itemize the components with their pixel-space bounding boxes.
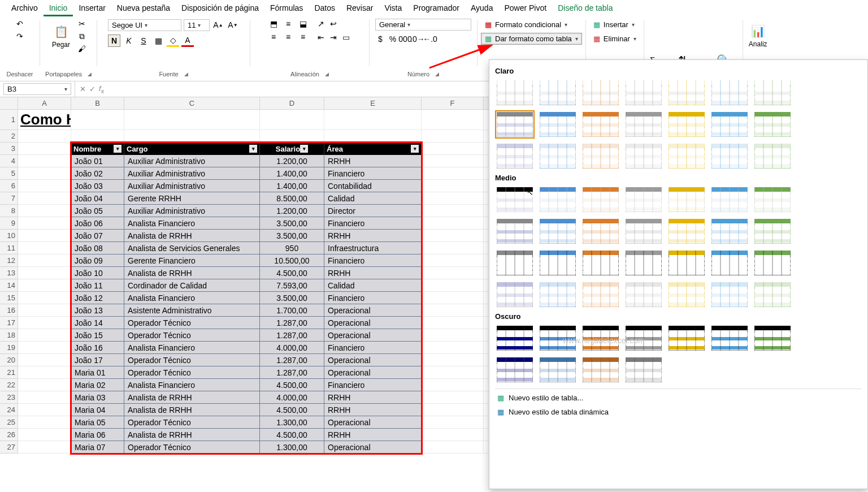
row-header[interactable]: 12 xyxy=(0,254,18,267)
table-style-thumb[interactable] xyxy=(581,185,620,214)
table-cell[interactable]: Operacional xyxy=(324,441,422,454)
cell[interactable] xyxy=(422,230,484,242)
menu-item-diseño-de-tabla[interactable]: Diseño de tabla xyxy=(552,1,618,16)
row-header[interactable]: 20 xyxy=(0,354,18,366)
table-cell[interactable]: João 07 xyxy=(71,230,124,242)
table-style-thumb[interactable] xyxy=(667,280,706,309)
table-style-thumb[interactable] xyxy=(710,185,749,214)
table-style-thumb[interactable] xyxy=(667,142,706,170)
cell[interactable] xyxy=(18,180,71,192)
menu-item-inicio[interactable]: Inicio xyxy=(44,1,73,16)
format-as-table-button[interactable]: ▦Dar formato como tabla▾ xyxy=(481,33,582,45)
cell[interactable] xyxy=(422,192,484,205)
row-header[interactable]: 9 xyxy=(0,217,18,230)
cell[interactable] xyxy=(324,130,422,143)
table-cell[interactable]: Gerente Financiero xyxy=(124,254,260,267)
row-header[interactable]: 11 xyxy=(0,242,18,254)
table-cell[interactable]: João 03 xyxy=(71,180,124,192)
table-style-thumb[interactable] xyxy=(710,142,749,170)
table-cell[interactable]: 3.500,00 xyxy=(260,230,324,242)
table-cell[interactable]: Operacional xyxy=(324,304,422,317)
table-style-thumb[interactable] xyxy=(753,79,792,107)
orientation-icon[interactable]: ↗ xyxy=(316,19,326,29)
table-cell[interactable]: Analista de RRHH xyxy=(124,267,260,279)
merge-icon[interactable]: ▭ xyxy=(341,32,351,42)
align-middle-icon[interactable]: ≡ xyxy=(283,19,293,29)
table-cell[interactable]: 4.500,00 xyxy=(260,379,324,391)
cell[interactable] xyxy=(422,354,484,366)
table-style-thumb[interactable] xyxy=(667,185,706,214)
insert-cells-button[interactable]: ▦Insertar▾ xyxy=(589,19,640,31)
row-header[interactable]: 22 xyxy=(0,379,18,391)
table-style-thumb[interactable] xyxy=(495,280,535,309)
table-cell[interactable]: Operador Técnico xyxy=(124,317,260,329)
table-cell[interactable]: João 10 xyxy=(71,267,124,279)
table-cell[interactable]: 1.200,00 xyxy=(260,155,324,167)
cell[interactable] xyxy=(422,143,484,155)
row-header[interactable]: 8 xyxy=(0,205,18,217)
table-style-thumb[interactable] xyxy=(581,217,620,245)
table-style-thumb[interactable] xyxy=(710,217,749,245)
align-right-icon[interactable]: ≡ xyxy=(298,32,308,42)
menu-item-vista[interactable]: Vista xyxy=(379,1,407,16)
table-style-thumb[interactable] xyxy=(624,79,663,107)
table-cell[interactable]: 3.500,00 xyxy=(260,292,324,304)
align-top-icon[interactable]: ⬒ xyxy=(268,19,279,29)
table-cell[interactable]: 10.500,00 xyxy=(260,254,324,267)
cell[interactable] xyxy=(422,267,484,279)
table-cell[interactable]: 8.500,00 xyxy=(260,192,324,205)
table-cell[interactable]: 1.400,00 xyxy=(260,167,324,180)
cell[interactable] xyxy=(18,416,71,429)
table-cell[interactable]: Infraestructura xyxy=(324,242,422,254)
column-header[interactable]: E xyxy=(324,97,422,110)
delete-cells-button[interactable]: ▦Eliminar▾ xyxy=(589,33,640,45)
filter-button[interactable]: ▾ xyxy=(114,145,121,153)
row-header[interactable]: 10 xyxy=(0,230,18,242)
cell[interactable] xyxy=(260,130,324,143)
row-header[interactable]: 2 xyxy=(0,130,18,143)
table-cell[interactable]: 1.287,00 xyxy=(260,317,324,329)
table-cell[interactable]: João 09 xyxy=(71,254,124,267)
row-header[interactable]: 3 xyxy=(0,143,18,155)
underline-button[interactable]: S xyxy=(137,34,150,47)
table-cell[interactable]: Operacional xyxy=(324,416,422,429)
table-style-thumb[interactable] xyxy=(581,249,620,277)
dialog-launcher-icon[interactable]: ◢ xyxy=(435,71,439,77)
table-style-thumb[interactable] xyxy=(538,142,578,170)
table-cell[interactable]: Analista Financiero xyxy=(124,342,260,354)
table-cell[interactable]: Auxiliar Administrativo xyxy=(124,205,260,217)
table-cell[interactable]: Financiero xyxy=(324,379,422,391)
row-header[interactable]: 25 xyxy=(0,416,18,429)
column-header[interactable]: B xyxy=(71,97,124,110)
table-cell[interactable]: João 16 xyxy=(71,342,124,354)
table-style-thumb[interactable] xyxy=(667,324,706,352)
table-cell[interactable]: Operador Técnico xyxy=(124,366,260,379)
cell[interactable] xyxy=(422,342,484,354)
table-cell[interactable]: 4.000,00 xyxy=(260,342,324,354)
indent-inc-icon[interactable]: ⇥ xyxy=(328,32,338,42)
table-cell[interactable]: Operacional xyxy=(324,317,422,329)
name-box[interactable]: B3▾ xyxy=(3,83,71,95)
table-cell[interactable]: Cordinador de Calidad xyxy=(124,279,260,292)
paste-button[interactable]: 📋 Pegar xyxy=(50,23,72,50)
table-cell[interactable]: Operador Técnico xyxy=(124,416,260,429)
new-pivot-style-link[interactable]: ▦Nuevo estilo de tabla dinámica xyxy=(495,407,862,417)
table-style-thumb[interactable] xyxy=(495,79,535,107)
menu-item-datos[interactable]: Datos xyxy=(309,1,341,16)
table-style-thumb[interactable] xyxy=(538,79,578,107)
cell[interactable] xyxy=(18,267,71,279)
cell[interactable] xyxy=(18,441,71,454)
decrease-decimal-icon[interactable]: ←.0 xyxy=(425,34,435,44)
menu-item-disposición-de-página[interactable]: Disposición de página xyxy=(176,1,264,16)
cut-icon[interactable]: ✂ xyxy=(77,19,87,29)
table-cell[interactable]: João 13 xyxy=(71,304,124,317)
row-header[interactable]: 15 xyxy=(0,292,18,304)
table-cell[interactable]: RRHH xyxy=(324,230,422,242)
table-cell[interactable]: 1.300,00 xyxy=(260,416,324,429)
table-cell[interactable]: João 01 xyxy=(71,155,124,167)
row-header[interactable]: 16 xyxy=(0,304,18,317)
table-cell[interactable]: Maria 05 xyxy=(71,416,124,429)
cell[interactable] xyxy=(18,404,71,416)
dialog-launcher-icon[interactable]: ◢ xyxy=(325,71,329,77)
table-cell[interactable]: Financiero xyxy=(324,167,422,180)
